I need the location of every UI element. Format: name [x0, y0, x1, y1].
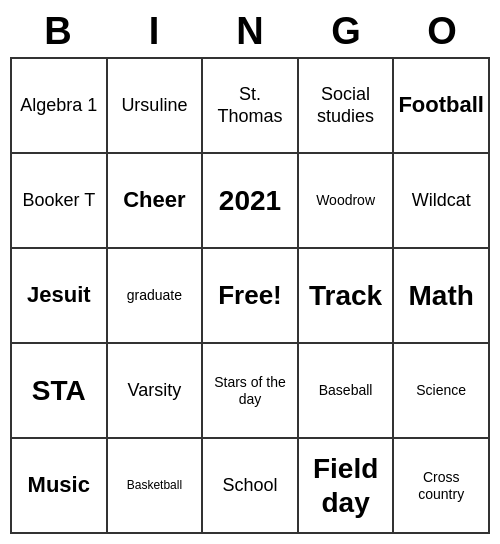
bingo-cell: Ursuline: [108, 59, 204, 154]
cell-text: Track: [309, 279, 382, 313]
cell-text: St. Thomas: [207, 84, 293, 127]
cell-text: Algebra 1: [20, 95, 97, 117]
bingo-cell: Algebra 1: [12, 59, 108, 154]
bingo-cell: Varsity: [108, 344, 204, 439]
bingo-cell: School: [203, 439, 299, 534]
bingo-letter: N: [202, 10, 298, 53]
bingo-cell: Cheer: [108, 154, 204, 249]
bingo-cell: Wildcat: [394, 154, 490, 249]
bingo-cell: Booker T: [12, 154, 108, 249]
cell-text: STA: [32, 374, 86, 408]
cell-text: Cheer: [123, 187, 185, 213]
cell-text: Music: [28, 472, 90, 498]
cell-text: Wildcat: [412, 190, 471, 212]
cell-text: Field day: [303, 452, 389, 519]
bingo-letter: G: [298, 10, 394, 53]
bingo-cell: St. Thomas: [203, 59, 299, 154]
cell-text: Woodrow: [316, 192, 375, 209]
bingo-cell: Math: [394, 249, 490, 344]
bingo-grid: Algebra 1UrsulineSt. ThomasSocial studie…: [10, 57, 490, 534]
cell-text: Varsity: [128, 380, 182, 402]
cell-text: School: [222, 475, 277, 497]
bingo-letter: O: [394, 10, 490, 53]
cell-text: Basketball: [127, 478, 182, 492]
bingo-cell: Track: [299, 249, 395, 344]
bingo-cell: Social studies: [299, 59, 395, 154]
bingo-cell: Science: [394, 344, 490, 439]
bingo-cell: Baseball: [299, 344, 395, 439]
cell-text: Football: [398, 92, 484, 118]
bingo-cell: STA: [12, 344, 108, 439]
bingo-cell: Woodrow: [299, 154, 395, 249]
cell-text: Baseball: [319, 382, 373, 399]
cell-text: Cross country: [398, 469, 484, 503]
bingo-cell: Basketball: [108, 439, 204, 534]
bingo-cell: graduate: [108, 249, 204, 344]
cell-text: Science: [416, 382, 466, 399]
cell-text: Ursuline: [121, 95, 187, 117]
cell-text: Math: [409, 279, 474, 313]
cell-text: 2021: [219, 184, 281, 218]
bingo-cell: Stars of the day: [203, 344, 299, 439]
bingo-cell: Football: [394, 59, 490, 154]
cell-text: Stars of the day: [207, 374, 293, 408]
bingo-letter: B: [10, 10, 106, 53]
bingo-cell: Field day: [299, 439, 395, 534]
bingo-cell: Jesuit: [12, 249, 108, 344]
cell-text: Free!: [218, 280, 282, 311]
cell-text: Jesuit: [27, 282, 91, 308]
bingo-cell: Music: [12, 439, 108, 534]
bingo-letter: I: [106, 10, 202, 53]
cell-text: Booker T: [22, 190, 95, 212]
bingo-title: BINGO: [10, 10, 490, 53]
bingo-cell: 2021: [203, 154, 299, 249]
bingo-cell: Cross country: [394, 439, 490, 534]
cell-text: graduate: [127, 287, 182, 304]
cell-text: Social studies: [303, 84, 389, 127]
bingo-cell: Free!: [203, 249, 299, 344]
